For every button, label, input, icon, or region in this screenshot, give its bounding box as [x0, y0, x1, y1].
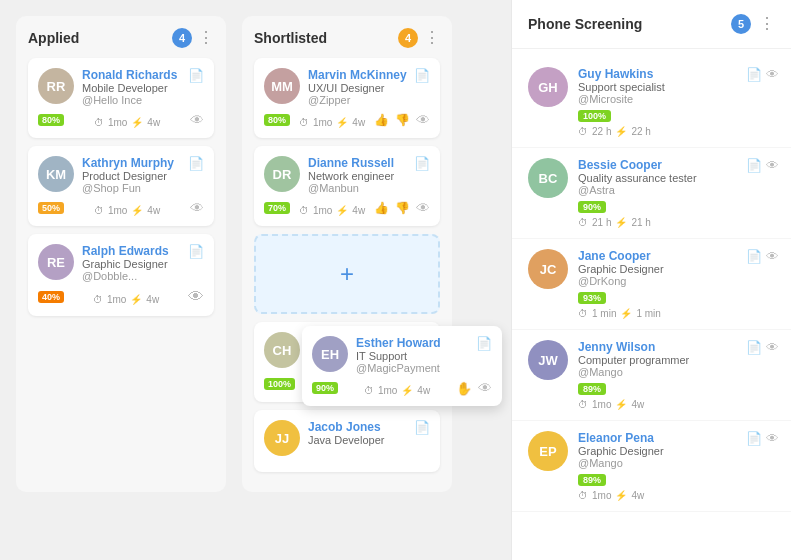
badge-shortlisted: 4 — [398, 28, 418, 48]
eye-ralph[interactable]: 👁 — [188, 288, 204, 306]
kanban-columns: Applied 4 ⋮ 📄 RR Ronald Richards Mobile … — [16, 16, 495, 492]
tooltip-esther: 📄 EH Esther Howard IT Support @MagicPaym… — [302, 326, 502, 406]
meta1-kathryn: 1mo — [108, 205, 127, 216]
role-marvin: UX/UI Designer — [308, 82, 430, 94]
role-ralph: Graphic Designer — [82, 258, 204, 270]
card-marvin: 📄 MM Marvin McKinney UX/UI Designer @Zip… — [254, 58, 440, 138]
actions-guy: 📄 👁 — [746, 67, 779, 82]
eye-dianne[interactable]: 👁 — [416, 200, 430, 216]
eye-eleanor[interactable]: 👁 — [766, 431, 779, 446]
file-icon-ralph: 📄 — [188, 244, 204, 259]
role-bessie: Quality assurance tester — [578, 172, 775, 184]
meta-ralph: ⏱ 1mo ⚡ 4w — [93, 294, 159, 305]
menu-applied[interactable]: ⋮ — [198, 30, 214, 46]
company-jenny: @Mango — [578, 366, 775, 378]
avatar-jane: JC — [528, 249, 568, 289]
thumb-up-dianne[interactable]: 👍 — [374, 201, 389, 215]
eye-jenny[interactable]: 👁 — [766, 340, 779, 355]
file-jenny[interactable]: 📄 — [746, 340, 762, 355]
name-marvin[interactable]: Marvin McKinney — [308, 68, 430, 82]
name-ronald[interactable]: Ronald Richards — [82, 68, 204, 82]
avatar-courtney: CH — [264, 332, 300, 368]
thumb-down-dianne[interactable]: 👎 — [395, 201, 410, 215]
score-label-esther: 90% — [312, 382, 338, 394]
actions-esther: ✋ 👁 — [456, 380, 492, 396]
eye-kathryn[interactable]: 👁 — [190, 200, 204, 216]
add-card-button[interactable]: + — [254, 234, 440, 314]
thumb-up-marvin[interactable]: 👍 — [374, 113, 389, 127]
eye-jane[interactable]: 👁 — [766, 249, 779, 264]
company-ronald: @Hello Ince — [82, 94, 204, 106]
avatar-dianne: DR — [264, 156, 300, 192]
name-jacob[interactable]: Jacob Jones — [308, 420, 430, 434]
actions-bessie: 📄 👁 — [746, 158, 779, 173]
panel-card-eleanor: EP Eleanor Pena Graphic Designer @Mango … — [512, 421, 791, 512]
meta-marvin: ⏱ 1mo ⚡ 4w — [299, 117, 365, 128]
actions-dianne: 👍 👎 👁 — [374, 200, 430, 216]
eye-bessie[interactable]: 👁 — [766, 158, 779, 173]
file-eleanor[interactable]: 📄 — [746, 431, 762, 446]
score-label-dianne: 70% — [264, 202, 290, 214]
company-guy: @Microsite — [578, 93, 775, 105]
meta2-ronald: 4w — [147, 117, 160, 128]
card-footer-ronald: 80% ⏱ 1mo ⚡ 4w 👁 — [38, 112, 204, 128]
meta1-ronald: 1mo — [108, 117, 127, 128]
role-jane: Graphic Designer — [578, 263, 775, 275]
right-panel: Phone Screening 5 ⋮ GH Guy Hawkins Suppo… — [511, 0, 791, 560]
score-label-courtney: 100% — [264, 378, 295, 390]
score-bessie: 90% — [578, 201, 606, 213]
role-guy: Support specialist — [578, 81, 775, 93]
name-kathryn[interactable]: Kathryn Murphy — [82, 156, 204, 170]
card-header-ronald: RR Ronald Richards Mobile Developer @Hel… — [38, 68, 204, 106]
meta-esther: ⏱ 1mo ⚡ 4w — [364, 385, 430, 396]
company-marvin: @Zipper — [308, 94, 430, 106]
role-ronald: Mobile Developer — [82, 82, 204, 94]
avatar-ronald: RR — [38, 68, 74, 104]
eye-esther[interactable]: 👁 — [478, 380, 492, 396]
column-header-right-applied: 4 ⋮ — [172, 28, 214, 48]
card-header-marvin: MM Marvin McKinney UX/UI Designer @Zippe… — [264, 68, 430, 106]
file-icon-dianne: 📄 — [414, 156, 430, 171]
file-guy[interactable]: 📄 — [746, 67, 762, 82]
file-bessie[interactable]: 📄 — [746, 158, 762, 173]
company-jane: @DrKong — [578, 275, 775, 287]
avatar-jacob: JJ — [264, 420, 300, 456]
actions-eleanor: 📄 👁 — [746, 431, 779, 446]
avatar-marvin: MM — [264, 68, 300, 104]
role-dianne: Network engineer — [308, 170, 430, 182]
column-shortlisted: Shortlisted 4 ⋮ 📄 MM Marvin McKinney UX/… — [242, 16, 452, 492]
score-ronald: 80% — [38, 114, 64, 126]
actions-jane: 📄 👁 — [746, 249, 779, 264]
company-eleanor: @Mango — [578, 457, 775, 469]
card-footer-marvin: 80% ⏱ 1mo ⚡ 4w 👍 👎 👁 — [264, 112, 430, 128]
menu-shortlisted[interactable]: ⋮ — [424, 30, 440, 46]
name-ralph[interactable]: Ralph Edwards — [82, 244, 204, 258]
name-esther[interactable]: Esther Howard — [356, 336, 492, 350]
score-jane: 93% — [578, 292, 606, 304]
file-icon-ronald: 📄 — [188, 68, 204, 83]
panel-card-jenny: JW Jenny Wilson Computer programmer @Man… — [512, 330, 791, 421]
card-header-jacob: JJ Jacob Jones Java Developer — [264, 420, 430, 456]
gesture-esther[interactable]: ✋ — [456, 381, 472, 396]
company-ralph: @Dobble... — [82, 270, 204, 282]
column-title-shortlisted: Shortlisted — [254, 30, 327, 46]
card-info-kathryn: Kathryn Murphy Product Designer @Shop Fu… — [82, 156, 204, 194]
card-dianne: 📄 DR Dianne Russell Network engineer @Ma… — [254, 146, 440, 226]
eye-marvin[interactable]: 👁 — [416, 112, 430, 128]
eye-guy[interactable]: 👁 — [766, 67, 779, 82]
role-esther: IT Support — [356, 350, 492, 362]
actions-jenny: 📄 👁 — [746, 340, 779, 355]
card-info-ralph: Ralph Edwards Graphic Designer @Dobble..… — [82, 244, 204, 282]
avatar-guy: GH — [528, 67, 568, 107]
file-jane[interactable]: 📄 — [746, 249, 762, 264]
column-title-applied: Applied — [28, 30, 79, 46]
company-esther: @MagicPayment — [356, 362, 492, 374]
meta2-kathryn: 4w — [147, 205, 160, 216]
avatar-esther: EH — [312, 336, 348, 372]
eye-ronald[interactable]: 👁 — [190, 112, 204, 128]
file-icon-jacob: 📄 — [414, 420, 430, 435]
panel-menu[interactable]: ⋮ — [759, 16, 775, 32]
card-info-jacob: Jacob Jones Java Developer — [308, 420, 430, 446]
name-dianne[interactable]: Dianne Russell — [308, 156, 430, 170]
thumb-down-marvin[interactable]: 👎 — [395, 113, 410, 127]
